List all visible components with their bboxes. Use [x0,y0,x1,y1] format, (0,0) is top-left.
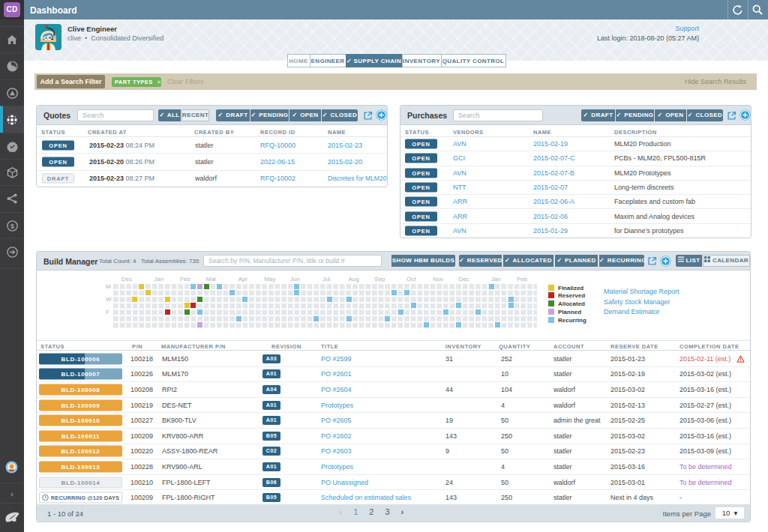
svg-text:$: $ [10,223,14,230]
